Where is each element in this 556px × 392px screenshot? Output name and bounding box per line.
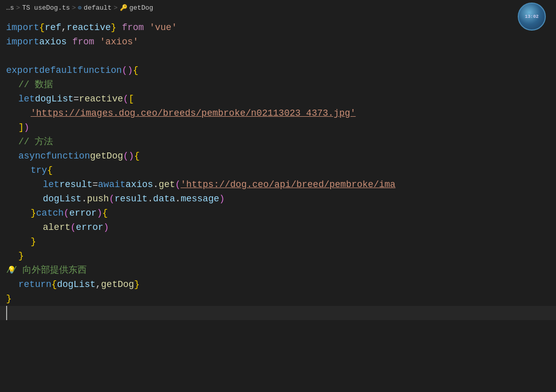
token: function — [78, 63, 121, 77]
token: axios — [39, 35, 67, 49]
code-line: export default function ( ) { — [0, 63, 556, 77]
token: } — [31, 206, 36, 220]
code-line: } — [0, 292, 556, 306]
code-line: dogList . push ( result . data . message… — [0, 192, 556, 206]
token: . — [153, 177, 159, 192]
token: return — [18, 277, 52, 292]
token: { — [134, 149, 140, 163]
getdog-icon: 🔑 — [120, 4, 128, 12]
token: 'axios' — [100, 35, 139, 49]
token: = — [92, 177, 98, 192]
token: ) — [219, 192, 225, 206]
breadcrumb-sep1: > — [16, 4, 20, 12]
token: async — [18, 149, 46, 163]
token: dogList — [35, 92, 73, 106]
token: . — [175, 192, 181, 206]
token: getDog — [101, 277, 134, 292]
token-url: 'https://dog.ceo/api/breed/pembroke/ima — [181, 177, 395, 192]
token: ) — [24, 120, 30, 135]
token: default — [39, 63, 78, 77]
token: import — [6, 20, 39, 35]
token: , — [61, 20, 67, 35]
token: 'vue' — [149, 20, 177, 35]
token: let — [18, 92, 35, 106]
token-from: from — [122, 20, 144, 35]
token: ) — [128, 63, 133, 77]
breadcrumb-part2[interactable]: TS useDog.ts — [22, 4, 70, 12]
token-url: 'https://images.dog.ceo/breeds/pembroke/… — [31, 106, 356, 120]
token: ( — [123, 92, 129, 106]
token: catch — [36, 206, 64, 220]
token: ( — [123, 149, 129, 163]
token: } — [134, 277, 140, 292]
token: ( — [109, 192, 115, 206]
token: , — [95, 277, 101, 292]
code-line: let dogList = reactive ( [ — [0, 92, 556, 106]
token-comment: // 数据 — [18, 77, 53, 92]
token — [67, 35, 72, 49]
token: data — [153, 192, 175, 206]
code-line: let result = await axios . get ( 'https:… — [0, 177, 556, 192]
code-line: import axios from 'axios' — [0, 35, 556, 49]
token: dogList — [43, 192, 82, 206]
token: reactive — [67, 20, 111, 35]
token: { — [52, 277, 57, 292]
token: alert — [43, 220, 70, 234]
breadcrumb-part1: …s — [6, 4, 14, 12]
default-icon: ⊙ — [78, 4, 82, 12]
token: [ — [129, 92, 134, 106]
token: } — [18, 249, 24, 263]
token: axios — [125, 177, 153, 192]
token: export — [6, 63, 39, 77]
token: { — [102, 206, 108, 220]
token: } — [111, 20, 116, 35]
editor-container: …s > TS useDog.ts > ⊙ default > 🔑 getDog… — [0, 0, 556, 392]
token: { — [133, 63, 138, 77]
token: ( — [70, 220, 76, 234]
token: error — [69, 206, 97, 220]
token: get — [159, 177, 175, 192]
avatar-time: 13:02 — [525, 14, 539, 19]
avatar[interactable]: 13:02 — [518, 3, 546, 31]
code-line: // 方法 — [0, 135, 556, 149]
token — [144, 20, 149, 35]
token: result — [59, 177, 92, 192]
code-line: ] ) — [0, 120, 556, 135]
cursor-line — [0, 306, 556, 320]
token: import — [6, 35, 39, 49]
code-line: } — [0, 234, 556, 249]
breadcrumb: …s > TS useDog.ts > ⊙ default > 🔑 getDog — [0, 0, 556, 15]
lightbulb-icon[interactable]: 💡 — [7, 263, 16, 277]
token: ( — [122, 63, 128, 77]
token: dogList — [57, 277, 96, 292]
token: ) — [97, 206, 103, 220]
token — [94, 35, 100, 49]
code-line-blank — [0, 49, 556, 63]
token: push — [87, 192, 109, 206]
token: . — [147, 192, 153, 206]
token-from: from — [72, 35, 94, 49]
cursor — [6, 306, 13, 320]
token: = — [73, 92, 79, 106]
token: ( — [64, 206, 69, 220]
token: } — [6, 292, 12, 306]
token: message — [181, 192, 219, 206]
token: { — [39, 20, 45, 35]
code-line: 'https://images.dog.ceo/breeds/pembroke/… — [0, 106, 556, 120]
code-line: try { — [0, 163, 556, 177]
token-comment: // 方法 — [18, 135, 53, 149]
breadcrumb-sep3: > — [114, 4, 118, 12]
token: ) — [104, 220, 109, 234]
token: } — [31, 234, 36, 249]
code-line: } — [0, 249, 556, 263]
code-line: return { dogList , getDog } — [0, 277, 556, 292]
token: . — [82, 192, 87, 206]
token: ) — [129, 149, 134, 163]
code-area: import { ref , reactive } from 'vue' imp… — [0, 15, 556, 325]
token: reactive — [79, 92, 123, 106]
breadcrumb-part3[interactable]: default — [84, 4, 112, 12]
token: ref — [45, 20, 61, 35]
breadcrumb-part4[interactable]: getDog — [130, 4, 154, 12]
code-line: import { ref , reactive } from 'vue' — [0, 20, 556, 35]
code-line: 💡 // 向外部提供东西 — [0, 263, 556, 277]
